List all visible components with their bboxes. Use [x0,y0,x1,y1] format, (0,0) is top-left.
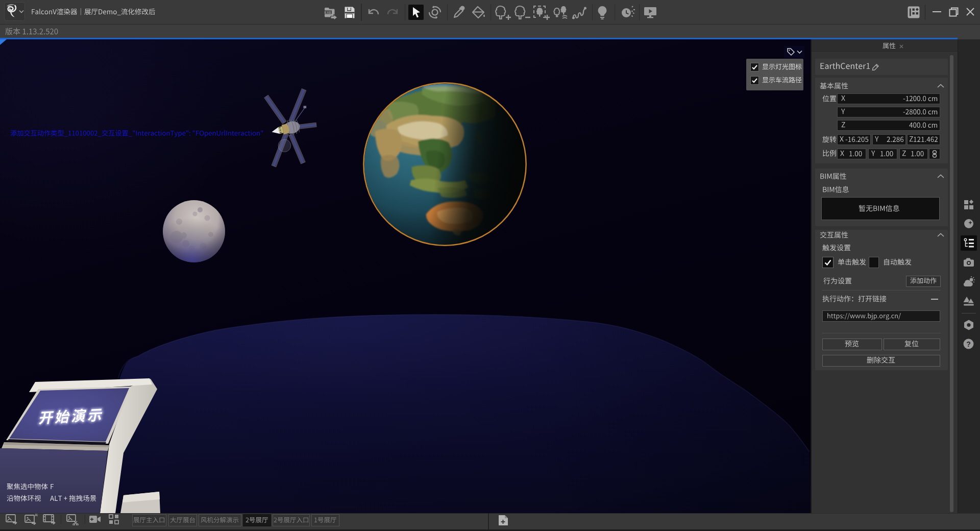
svg-text:?: ? [966,340,971,348]
svg-text:AI: AI [35,513,38,517]
svg-text:EXE: EXE [325,11,332,14]
